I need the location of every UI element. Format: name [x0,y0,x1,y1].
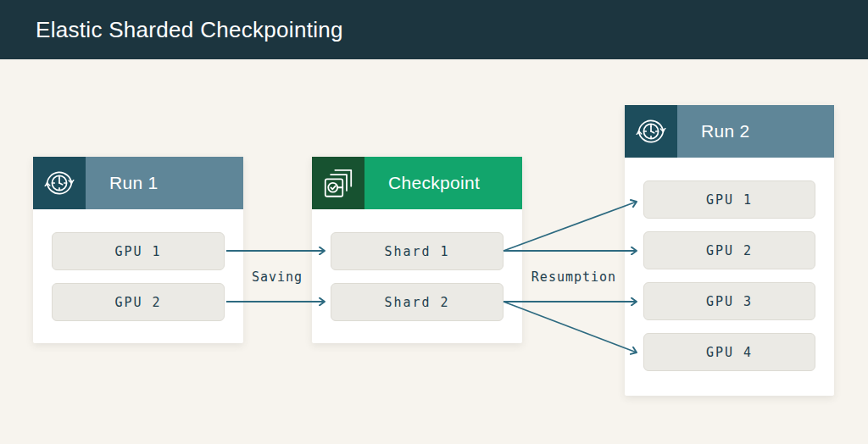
resumption-label: Resumption [531,269,616,285]
gpu-box: GPU 1 [643,180,815,219]
checkpoint-card: Checkpoint Shard 1 Shard 2 [312,157,522,343]
run1-card: Run 1 GPU 1 GPU 2 [33,157,243,343]
run2-card-header: Run 2 [625,105,834,158]
run2-card: Run 2 GPU 1 GPU 2 GPU 3 GPU 4 [625,105,834,396]
checkpoint-icon-box [312,157,364,209]
gpu-label: GPU 2 [114,295,161,310]
gpu-label: GPU 1 [706,192,753,208]
run2-body: GPU 1 GPU 2 GPU 3 GPU 4 [625,158,834,371]
gpu-box: GPU 1 [52,232,225,270]
checkpoint-header: Checkpoint [364,157,522,209]
gpu-box: GPU 4 [643,333,815,371]
gpu-box: GPU 2 [643,231,815,269]
arrow-shard2-to-gpu4 [504,302,637,352]
gpu-label: GPU 1 [114,244,161,259]
title-banner: Elastic Sharded Checkpointing [0,0,868,59]
sync-clock-icon [41,164,78,202]
run2-header: Run 2 [677,105,834,158]
shard-label: Shard 2 [384,295,449,310]
checkpoint-stack-icon [320,165,356,201]
shard-label: Shard 1 [384,244,449,259]
run1-title: Run 1 [109,173,159,193]
gpu-label: GPU 3 [706,294,753,309]
gpu-label: GPU 2 [706,243,753,258]
arrow-shard1-to-gpu1 [504,202,637,251]
gpu-box: GPU 3 [643,282,815,320]
sync-clock-icon [632,113,670,150]
saving-label: Saving [252,269,303,285]
gpu-label: GPU 4 [706,345,753,360]
shard-box: Shard 1 [331,232,504,270]
page-title: Elastic Sharded Checkpointing [36,17,343,43]
shard-box: Shard 2 [331,283,504,321]
run1-header: Run 1 [86,157,243,209]
checkpoint-title: Checkpoint [388,173,480,193]
run1-icon-box [33,157,86,209]
run2-icon-box [625,105,677,158]
run2-title: Run 2 [701,121,750,142]
gpu-box: GPU 2 [52,283,225,321]
checkpoint-body: Shard 1 Shard 2 [312,209,522,321]
run1-card-header: Run 1 [33,157,243,209]
checkpoint-card-header: Checkpoint [312,157,522,209]
run1-body: GPU 1 GPU 2 [33,209,243,321]
